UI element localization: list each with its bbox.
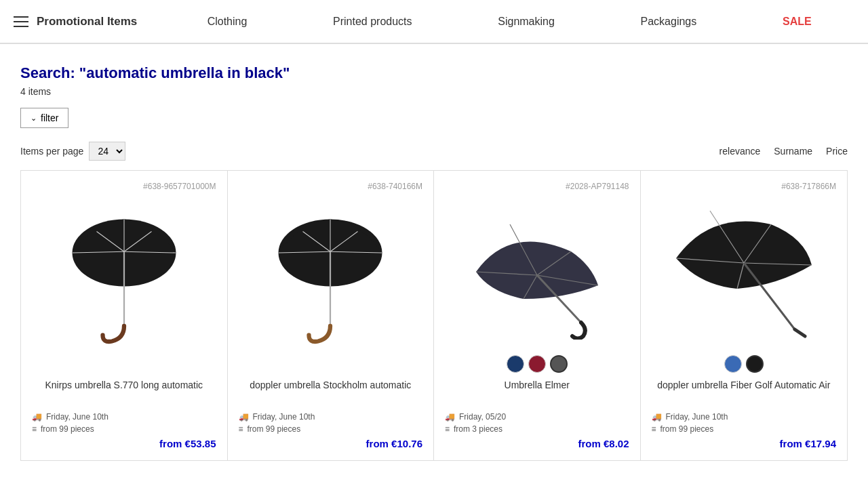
product-price: from €53.85: [159, 438, 216, 449]
delivery-date: Friday, June 10th: [253, 412, 315, 422]
nav-link-packagings[interactable]: Packagings: [627, 16, 711, 28]
price-row: from €8.02: [445, 438, 629, 449]
color-swatches: [445, 355, 629, 373]
product-image[interactable]: [239, 197, 423, 346]
chevron-down-icon: ⌄: [31, 114, 37, 123]
sort-relevance[interactable]: relevance: [719, 146, 761, 157]
product-sku: #638-717866M: [652, 182, 837, 191]
min-qty-label: from 3 pieces: [454, 424, 502, 434]
per-page-label: Items per page: [20, 146, 83, 157]
nav-link-clothing[interactable]: Clothing: [194, 16, 261, 28]
price-row: from €53.85: [32, 438, 216, 449]
truck-icon: 🚚: [652, 412, 662, 422]
nav-link-signmaking[interactable]: Signmaking: [484, 16, 568, 28]
nav-brand[interactable]: Promotional Items: [37, 15, 137, 28]
product-delivery: 🚚 Friday, June 10th: [652, 412, 837, 422]
nav-link-printed[interactable]: Printed products: [319, 16, 426, 28]
color-swatch[interactable]: [724, 355, 742, 373]
product-grid: #638-9657701000M Knirps umbrella S.770 l…: [20, 170, 848, 461]
truck-icon: 🚚: [32, 412, 42, 422]
color-swatch[interactable]: [507, 355, 524, 373]
layers-icon: ≡: [445, 424, 450, 434]
product-delivery: 🚚 Friday, June 10th: [239, 412, 423, 422]
truck-icon: 🚚: [239, 412, 249, 422]
main-content: Search: "automatic umbrella in black" 4 …: [0, 44, 868, 474]
min-qty-label: from 99 pieces: [41, 424, 94, 434]
color-swatch[interactable]: [528, 355, 546, 373]
per-page-select[interactable]: 24: [89, 142, 125, 161]
price-row: from €10.76: [239, 438, 423, 449]
product-min-qty: ≡ from 99 pieces: [239, 424, 423, 434]
filter-button[interactable]: ⌄ filter: [20, 108, 68, 128]
product-card[interactable]: #638-9657701000M Knirps umbrella S.770 l…: [21, 171, 228, 460]
item-count: 4 items: [20, 86, 848, 97]
product-delivery: 🚚 Friday, June 10th: [32, 412, 216, 422]
product-price: from €8.02: [578, 438, 629, 449]
product-delivery: 🚚 Friday, 05/20: [445, 412, 629, 422]
delivery-date: Friday, 05/20: [459, 412, 506, 422]
product-min-qty: ≡ from 3 pieces: [445, 424, 629, 434]
product-sku: #638-9657701000M: [32, 182, 216, 191]
product-name: doppler umbrella Stockholm automatic: [239, 380, 423, 405]
price-row: from €17.94: [652, 438, 837, 449]
per-page-control: Items per page 24: [20, 142, 125, 161]
toolbar: Items per page 24 relevance Surname Pric…: [20, 142, 848, 161]
product-name: Knirps umbrella S.770 long automatic: [32, 380, 216, 405]
hamburger-menu[interactable]: [14, 16, 28, 27]
nav-bar: Promotional Items Clothing Printed produ…: [0, 0, 868, 44]
product-name: doppler umbrella Fiber Golf Automatic Ai…: [652, 380, 837, 405]
layers-icon: ≡: [32, 424, 37, 434]
product-price: from €10.76: [366, 438, 422, 449]
product-min-qty: ≡ from 99 pieces: [32, 424, 216, 434]
product-card[interactable]: #638-740166M doppler umbrella Stockholm …: [228, 171, 435, 460]
product-image[interactable]: [32, 197, 216, 346]
color-swatch[interactable]: [550, 355, 568, 373]
truck-icon: 🚚: [445, 412, 455, 422]
product-price: from €17.94: [780, 438, 836, 449]
nav-links: Clothing Printed products Signmaking Pac…: [164, 16, 854, 28]
product-sku: #638-740166M: [239, 182, 423, 191]
delivery-date: Friday, June 10th: [666, 412, 728, 422]
sort-surname[interactable]: Surname: [774, 146, 812, 157]
layers-icon: ≡: [652, 424, 656, 434]
filter-label: filter: [41, 113, 58, 123]
sort-price[interactable]: Price: [826, 146, 848, 157]
min-qty-label: from 99 pieces: [660, 424, 714, 434]
product-sku: #2028-AP791148: [445, 182, 629, 191]
product-card[interactable]: #638-717866M doppler umbrella Fiber Golf…: [641, 171, 848, 460]
layers-icon: ≡: [239, 424, 243, 434]
product-image[interactable]: [652, 197, 837, 347]
delivery-date: Friday, June 10th: [46, 412, 108, 422]
product-name: Umbrella Elmer: [445, 380, 629, 405]
color-swatches: [652, 355, 837, 373]
product-image[interactable]: [445, 197, 629, 347]
product-min-qty: ≡ from 99 pieces: [652, 424, 837, 434]
search-title: Search: "automatic umbrella in black": [20, 64, 848, 82]
nav-sale[interactable]: SALE: [769, 16, 825, 28]
svg-line-26: [795, 329, 805, 336]
product-card[interactable]: #2028-AP791148 Umbrella Elmer 🚚 Friday, …: [434, 171, 641, 460]
color-swatch[interactable]: [746, 355, 764, 373]
min-qty-label: from 99 pieces: [248, 424, 301, 434]
sort-options: relevance Surname Price: [719, 146, 848, 157]
